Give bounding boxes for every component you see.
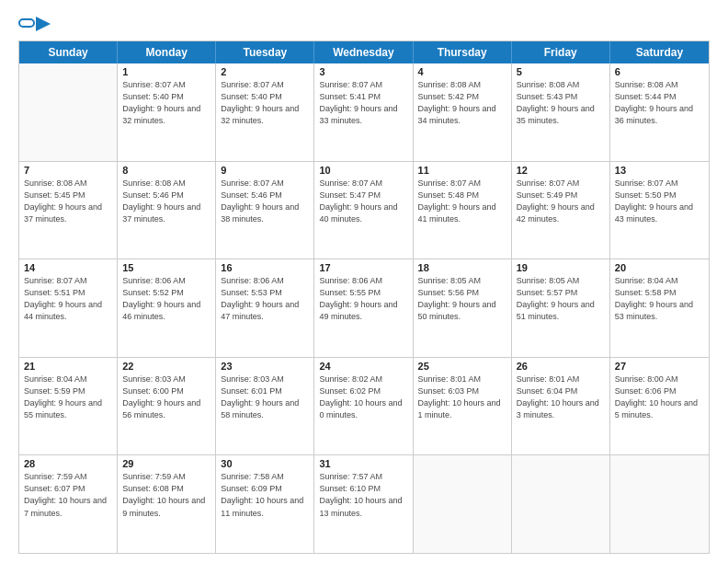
calendar-cell: 2Sunrise: 8:07 AM Sunset: 5:40 PM Daylig… [216, 63, 314, 161]
day-info: Sunrise: 8:08 AM Sunset: 5:44 PM Dayligh… [615, 79, 704, 127]
day-number: 23 [221, 361, 309, 372]
day-info: Sunrise: 7:58 AM Sunset: 6:09 PM Dayligh… [221, 471, 309, 519]
calendar-cell: 21Sunrise: 8:04 AM Sunset: 5:59 PM Dayli… [19, 358, 118, 455]
logo [18, 15, 51, 31]
day-info: Sunrise: 8:07 AM Sunset: 5:51 PM Dayligh… [24, 275, 112, 323]
calendar-row: 28Sunrise: 7:59 AM Sunset: 6:07 PM Dayli… [19, 454, 709, 553]
day-info: Sunrise: 8:07 AM Sunset: 5:48 PM Dayligh… [418, 178, 506, 225]
day-number: 6 [615, 66, 704, 77]
calendar-cell: 5Sunrise: 8:08 AM Sunset: 5:43 PM Daylig… [512, 63, 610, 161]
day-number: 13 [615, 165, 704, 176]
calendar-cell: 6Sunrise: 8:08 AM Sunset: 5:44 PM Daylig… [610, 63, 709, 161]
day-info: Sunrise: 8:03 AM Sunset: 6:00 PM Dayligh… [122, 373, 210, 421]
calendar-cell: 13Sunrise: 8:07 AM Sunset: 5:50 PM Dayli… [610, 162, 709, 259]
day-number: 22 [122, 361, 210, 372]
day-number: 31 [319, 458, 407, 469]
day-number: 2 [221, 66, 309, 77]
day-number: 28 [24, 458, 112, 469]
day-info: Sunrise: 8:05 AM Sunset: 5:57 PM Dayligh… [517, 275, 605, 323]
day-info: Sunrise: 8:06 AM Sunset: 5:53 PM Dayligh… [221, 275, 309, 323]
calendar-cell [610, 455, 709, 553]
day-info: Sunrise: 8:07 AM Sunset: 5:40 PM Dayligh… [221, 79, 309, 127]
day-number: 24 [319, 361, 407, 372]
page-header [18, 15, 710, 31]
calendar-cell: 15Sunrise: 8:06 AM Sunset: 5:52 PM Dayli… [118, 259, 216, 357]
weekday-header: Wednesday [314, 41, 413, 63]
day-number: 9 [221, 165, 309, 176]
calendar-cell: 3Sunrise: 8:07 AM Sunset: 5:41 PM Daylig… [314, 63, 413, 161]
day-number: 3 [319, 66, 407, 77]
calendar-row: 14Sunrise: 8:07 AM Sunset: 5:51 PM Dayli… [19, 259, 709, 357]
calendar-cell: 10Sunrise: 8:07 AM Sunset: 5:47 PM Dayli… [314, 162, 413, 259]
day-number: 19 [517, 262, 605, 273]
svg-marker-0 [36, 17, 51, 31]
day-info: Sunrise: 8:01 AM Sunset: 6:03 PM Dayligh… [418, 373, 506, 421]
calendar-cell [19, 63, 118, 161]
calendar-cell: 20Sunrise: 8:04 AM Sunset: 5:58 PM Dayli… [610, 259, 709, 357]
day-number: 16 [221, 262, 309, 273]
calendar-cell: 8Sunrise: 8:08 AM Sunset: 5:46 PM Daylig… [118, 162, 216, 259]
weekday-header: Thursday [414, 41, 512, 63]
day-number: 14 [24, 262, 112, 273]
calendar-cell: 17Sunrise: 8:06 AM Sunset: 5:55 PM Dayli… [314, 259, 413, 357]
day-info: Sunrise: 8:02 AM Sunset: 6:02 PM Dayligh… [319, 373, 407, 421]
calendar-cell: 30Sunrise: 7:58 AM Sunset: 6:09 PM Dayli… [216, 455, 314, 553]
day-number: 17 [319, 262, 407, 273]
calendar-cell: 16Sunrise: 8:06 AM Sunset: 5:53 PM Dayli… [216, 259, 314, 357]
calendar-cell: 28Sunrise: 7:59 AM Sunset: 6:07 PM Dayli… [19, 455, 118, 553]
day-info: Sunrise: 8:07 AM Sunset: 5:50 PM Dayligh… [615, 178, 704, 225]
day-number: 10 [319, 165, 407, 176]
day-info: Sunrise: 8:06 AM Sunset: 5:52 PM Dayligh… [122, 275, 210, 323]
day-info: Sunrise: 8:08 AM Sunset: 5:46 PM Dayligh… [122, 178, 210, 225]
day-info: Sunrise: 8:07 AM Sunset: 5:47 PM Dayligh… [319, 178, 407, 225]
calendar-row: 21Sunrise: 8:04 AM Sunset: 5:59 PM Dayli… [19, 357, 709, 455]
day-info: Sunrise: 7:59 AM Sunset: 6:08 PM Dayligh… [122, 471, 210, 519]
calendar-cell [414, 455, 512, 553]
weekday-header: Monday [118, 41, 216, 63]
day-number: 29 [122, 458, 210, 469]
day-number: 18 [418, 262, 506, 273]
day-info: Sunrise: 8:03 AM Sunset: 6:01 PM Dayligh… [221, 373, 309, 421]
day-number: 25 [418, 361, 506, 372]
day-number: 26 [517, 361, 605, 372]
day-info: Sunrise: 8:01 AM Sunset: 6:04 PM Dayligh… [517, 373, 605, 421]
day-info: Sunrise: 8:08 AM Sunset: 5:42 PM Dayligh… [418, 79, 506, 127]
calendar-row: 1Sunrise: 8:07 AM Sunset: 5:40 PM Daylig… [19, 63, 709, 161]
day-info: Sunrise: 8:04 AM Sunset: 5:58 PM Dayligh… [615, 275, 704, 323]
weekday-header: Friday [512, 41, 610, 63]
day-number: 5 [517, 66, 605, 77]
day-number: 4 [418, 66, 506, 77]
calendar-cell: 12Sunrise: 8:07 AM Sunset: 5:49 PM Dayli… [512, 162, 610, 259]
calendar-cell: 31Sunrise: 7:57 AM Sunset: 6:10 PM Dayli… [314, 455, 413, 553]
day-number: 30 [221, 458, 309, 469]
day-info: Sunrise: 8:07 AM Sunset: 5:41 PM Dayligh… [319, 79, 407, 127]
calendar-cell: 14Sunrise: 8:07 AM Sunset: 5:51 PM Dayli… [19, 259, 118, 357]
weekday-header: Tuesday [216, 41, 314, 63]
day-number: 21 [24, 361, 112, 372]
day-number: 7 [24, 165, 112, 176]
calendar-cell: 29Sunrise: 7:59 AM Sunset: 6:08 PM Dayli… [118, 455, 216, 553]
calendar-body: 1Sunrise: 8:07 AM Sunset: 5:40 PM Daylig… [19, 63, 709, 553]
day-info: Sunrise: 8:04 AM Sunset: 5:59 PM Dayligh… [24, 373, 112, 421]
weekday-header: Saturday [610, 41, 709, 63]
day-info: Sunrise: 8:06 AM Sunset: 5:55 PM Dayligh… [319, 275, 407, 323]
calendar-cell: 11Sunrise: 8:07 AM Sunset: 5:48 PM Dayli… [414, 162, 512, 259]
calendar-cell: 23Sunrise: 8:03 AM Sunset: 6:01 PM Dayli… [216, 358, 314, 455]
day-info: Sunrise: 8:05 AM Sunset: 5:56 PM Dayligh… [418, 275, 506, 323]
calendar-cell [512, 455, 610, 553]
calendar-cell: 19Sunrise: 8:05 AM Sunset: 5:57 PM Dayli… [512, 259, 610, 357]
day-info: Sunrise: 7:59 AM Sunset: 6:07 PM Dayligh… [24, 471, 112, 519]
calendar-row: 7Sunrise: 8:08 AM Sunset: 5:45 PM Daylig… [19, 161, 709, 259]
day-info: Sunrise: 8:07 AM Sunset: 5:49 PM Dayligh… [517, 178, 605, 225]
calendar-cell: 9Sunrise: 8:07 AM Sunset: 5:46 PM Daylig… [216, 162, 314, 259]
calendar: SundayMondayTuesdayWednesdayThursdayFrid… [18, 40, 710, 554]
logo-arrow-icon [36, 17, 51, 31]
day-info: Sunrise: 8:08 AM Sunset: 5:43 PM Dayligh… [517, 79, 605, 127]
calendar-cell: 26Sunrise: 8:01 AM Sunset: 6:04 PM Dayli… [512, 358, 610, 455]
weekday-header: Sunday [19, 41, 118, 63]
calendar-cell: 25Sunrise: 8:01 AM Sunset: 6:03 PM Dayli… [414, 358, 512, 455]
calendar-cell: 7Sunrise: 8:08 AM Sunset: 5:45 PM Daylig… [19, 162, 118, 259]
calendar-cell: 18Sunrise: 8:05 AM Sunset: 5:56 PM Dayli… [414, 259, 512, 357]
day-number: 11 [418, 165, 506, 176]
day-info: Sunrise: 7:57 AM Sunset: 6:10 PM Dayligh… [319, 471, 407, 519]
